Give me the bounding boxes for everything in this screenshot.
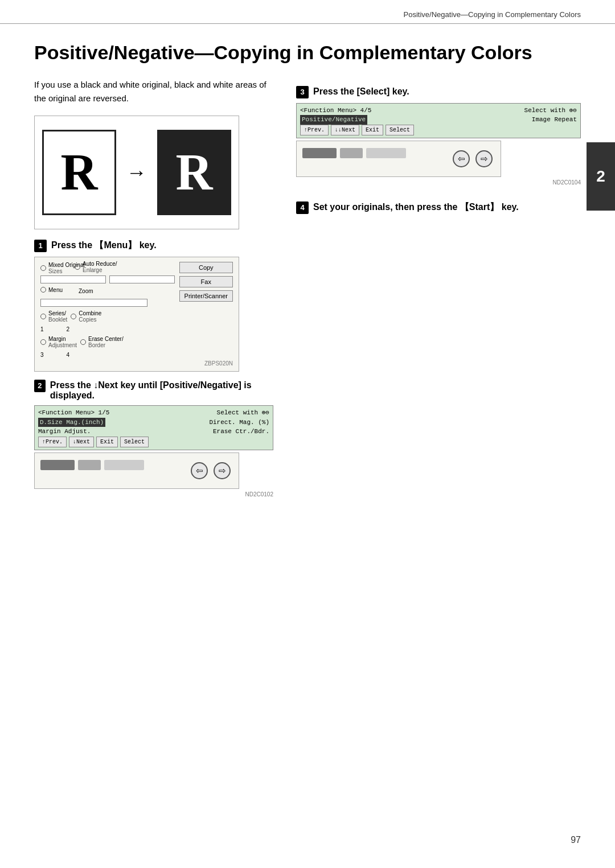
- radio-margin: [40, 339, 46, 345]
- step3-section: 3 Press the [Select] key. <Function Menu…: [296, 86, 581, 186]
- radio-series: [40, 314, 46, 319]
- right-arrow-btn[interactable]: ⇨: [214, 462, 231, 479]
- step2-lcd: <Function Menu> 1/5 Select with ⊕⊖ D.Siz…: [34, 405, 273, 450]
- panel-item-erase: Erase Center/Border: [80, 336, 124, 348]
- content-row: If you use a black and white original, b…: [34, 78, 581, 497]
- arrow-symbol: →: [126, 161, 147, 184]
- radio-menu: [40, 287, 46, 293]
- lcd2-nav-next[interactable]: ↓Next: [69, 437, 94, 447]
- radio-mixed: [40, 265, 46, 271]
- step1-panel-note: ZBPS020N: [40, 360, 233, 367]
- left-arrow-btn[interactable]: ⇦: [191, 462, 208, 479]
- bar-seg-3: [104, 460, 144, 470]
- lcd3-row1: <Function Menu> 4/5 Select with ⊕⊖: [300, 106, 577, 116]
- intro-text: If you use a black and white original, b…: [34, 78, 273, 105]
- panel-item-combine: CombineCopies: [71, 310, 101, 323]
- step1-label: 1 Press the 【Menu】 key.: [34, 240, 273, 252]
- panel-item-margin: MarginAdjustment: [40, 336, 77, 348]
- page-body: Positive/Negative—Copying in Complementa…: [0, 24, 615, 520]
- bar-seg-1: [40, 460, 75, 470]
- step3-lcd: <Function Menu> 4/5 Select with ⊕⊖ Posit…: [296, 103, 581, 138]
- panel-buttons-col: Copy Fax Printer/Scanner: [179, 262, 233, 358]
- lcd2-row3: Margin Adjust. Erase Ctr./Bdr.: [38, 427, 269, 437]
- r-diagram: R → R: [34, 116, 239, 229]
- step4-number: 4: [296, 201, 309, 214]
- lcd3-nav-prev[interactable]: ↑Prev.: [300, 125, 329, 135]
- lcd3-nav: ↑Prev. ↓↓Next Exit Select: [300, 125, 577, 135]
- r-white-box: R: [42, 130, 116, 215]
- step2-number: 2: [34, 380, 46, 392]
- main-title: Positive/Negative—Copying in Complementa…: [34, 41, 581, 64]
- step3-number: 3: [296, 86, 309, 98]
- step2-note: ND2C0102: [34, 491, 273, 497]
- step3-label: 3 Press the [Select] key.: [296, 86, 581, 98]
- right-column: 3 Press the [Select] key. <Function Menu…: [296, 78, 581, 497]
- header-title: Positive/Negative—Copying in Complementa…: [404, 10, 581, 19]
- step1-number: 1: [34, 240, 47, 252]
- bar-seg-2: [78, 460, 101, 470]
- lcd2-row2: D.Size Mag.(inch) Direct. Mag. (%): [38, 418, 269, 427]
- copy-button[interactable]: Copy: [179, 262, 233, 273]
- radio-combine: [71, 314, 76, 319]
- panel-item-menu: Menu: [40, 287, 63, 293]
- lcd2-nav: ↑Prev. ↓Next Exit Select: [38, 437, 269, 447]
- panel-item-series: Series/Booklet: [40, 310, 67, 323]
- bar3-seg-3: [366, 148, 406, 158]
- fax-button[interactable]: Fax: [179, 276, 233, 287]
- step3-left-arrow-btn[interactable]: ⇦: [453, 150, 470, 167]
- step1-panel: Mixed OriginalSizes Auto Reduce/Enlarge: [34, 257, 239, 372]
- r-letter-black: R: [176, 143, 213, 201]
- step3-note: ND2C0104: [296, 179, 581, 186]
- lcd3-row2: Positive/Negative Image Repeat: [300, 115, 577, 125]
- step3-colored-bars: [302, 148, 406, 158]
- step3-right-arrow-btn[interactable]: ⇨: [475, 150, 493, 167]
- page-number: 97: [571, 835, 581, 845]
- radio-erase: [80, 339, 86, 345]
- lcd3-nav-select[interactable]: Select: [386, 125, 414, 135]
- lcd2-nav-select[interactable]: Select: [120, 437, 149, 447]
- panel-item-auto: Auto Reduce/Enlarge: [75, 261, 175, 273]
- step4-section: 4 Set your originals, then press the 【St…: [296, 201, 581, 214]
- step3-arrow-panel: ⇦ ⇨: [296, 141, 501, 177]
- radio-auto: [75, 264, 80, 270]
- r-black-box: R: [157, 130, 231, 215]
- left-column: If you use a black and white original, b…: [34, 78, 273, 497]
- sidebar-number: 2: [587, 142, 615, 211]
- lcd3-nav-next[interactable]: ↓↓Next: [331, 125, 359, 135]
- r-letter-white: R: [61, 143, 98, 201]
- step4-label: 4 Set your originals, then press the 【St…: [296, 201, 581, 214]
- lcd2-nav-prev[interactable]: ↑Prev.: [38, 437, 67, 447]
- step2-label: 2 Press the ↓Next key until [Positive/Ne…: [34, 380, 273, 401]
- step2-section: 2 Press the ↓Next key until [Positive/Ne…: [34, 380, 273, 497]
- bar3-seg-2: [340, 148, 363, 158]
- lcd2-row1: <Function Menu> 1/5 Select with ⊕⊖: [38, 408, 269, 418]
- printer-scanner-button[interactable]: Printer/Scanner: [179, 290, 233, 302]
- bar3-seg-1: [302, 148, 337, 158]
- step2-colored-bars: [40, 460, 144, 470]
- lcd3-nav-exit[interactable]: Exit: [362, 125, 383, 135]
- lcd2-nav-exit[interactable]: Exit: [96, 437, 118, 447]
- step2-arrow-panel: ⇦ ⇨: [34, 452, 239, 489]
- page-header: Positive/Negative—Copying in Complementa…: [0, 0, 615, 24]
